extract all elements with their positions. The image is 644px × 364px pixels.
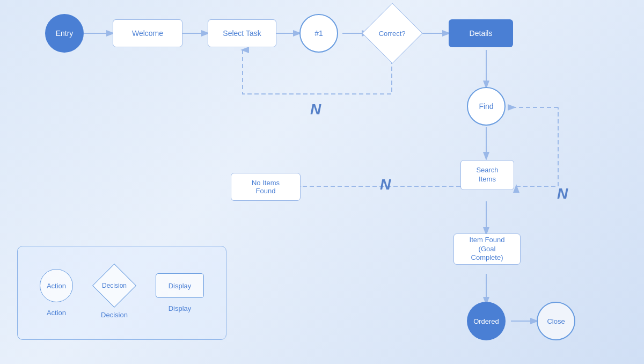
legend-action-label: Action [47, 282, 66, 290]
n-label-1: N [310, 101, 321, 118]
search-items-node: Search Items [460, 160, 514, 190]
welcome-node: Welcome [113, 19, 182, 47]
select-task-node: Select Task [208, 19, 276, 47]
find-node: Find [467, 87, 506, 126]
legend-action-icon: Action [40, 269, 73, 302]
n-label-3: N [557, 185, 568, 202]
num1-node: #1 [299, 14, 338, 53]
entry-node: Entry [45, 14, 84, 53]
ordered-node: Ordered [467, 302, 506, 340]
n-label-2: N [380, 176, 391, 193]
legend-decision: Decision Decision [96, 267, 133, 319]
legend-box: Action Action Decision Decision Display … [17, 246, 226, 340]
legend-display-icon: Display [156, 273, 204, 298]
legend-display-label: Display [169, 282, 192, 290]
item-found-node: Item Found (Goal Complete) [453, 234, 521, 265]
details-node: Details [449, 19, 513, 47]
no-items-found-node: No Items Found [231, 173, 301, 201]
legend-decision-icon: Decision [92, 264, 136, 308]
close-node: Close [537, 302, 575, 340]
legend-action: Action Action [40, 269, 73, 317]
correct-node: Correct? [362, 3, 422, 63]
legend-display: Display Display [156, 273, 204, 312]
